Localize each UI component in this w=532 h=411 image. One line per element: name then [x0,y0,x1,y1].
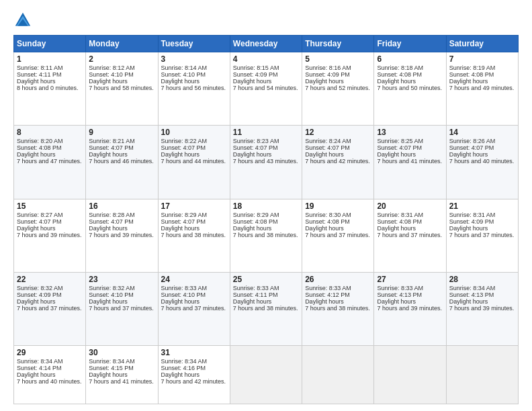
cell-info: Sunrise: 8:34 AMSunset: 4:16 PMDaylight … [161,358,226,385]
calendar-cell: 9Sunrise: 8:21 AMSunset: 4:07 PMDaylight… [86,126,158,199]
calendar-header-tuesday: Tuesday [158,36,230,52]
cell-info: Sunrise: 8:27 AMSunset: 4:07 PMDaylight … [17,212,82,238]
calendar-cell: 3Sunrise: 8:14 AMSunset: 4:10 PMDaylight… [158,52,230,126]
day-number: 15 [17,201,83,211]
calendar-cell: 26Sunrise: 8:33 AMSunset: 4:12 PMDayligh… [302,272,374,345]
day-number: 18 [233,201,299,211]
logo [13,11,35,30]
calendar-cell [230,346,302,404]
day-number: 28 [449,275,515,284]
calendar-cell: 11Sunrise: 8:23 AMSunset: 4:07 PMDayligh… [230,126,302,199]
calendar-cell: 6Sunrise: 8:18 AMSunset: 4:08 PMDaylight… [374,52,446,126]
cell-info: Sunrise: 8:29 AMSunset: 4:08 PMDaylight … [233,212,298,238]
cell-info: Sunrise: 8:15 AMSunset: 4:09 PMDaylight … [233,64,298,91]
day-number: 3 [161,54,227,64]
calendar-cell: 13Sunrise: 8:25 AMSunset: 4:07 PMDayligh… [374,126,446,199]
cell-info: Sunrise: 8:18 AMSunset: 4:08 PMDaylight … [377,64,442,91]
calendar-cell: 10Sunrise: 8:22 AMSunset: 4:07 PMDayligh… [158,126,230,199]
cell-info: Sunrise: 8:33 AMSunset: 4:11 PMDaylight … [233,285,298,312]
day-number: 12 [305,128,371,137]
cell-info: Sunrise: 8:11 AMSunset: 4:11 PMDaylight … [17,64,79,91]
day-number: 24 [161,275,227,284]
calendar-week-row: 15Sunrise: 8:27 AMSunset: 4:07 PMDayligh… [14,199,519,272]
day-number: 21 [449,201,515,211]
calendar-cell: 4Sunrise: 8:15 AMSunset: 4:09 PMDaylight… [230,52,302,126]
calendar-header-sunday: Sunday [14,36,86,52]
cell-info: Sunrise: 8:28 AMSunset: 4:07 PMDaylight … [89,212,154,238]
logo-icon [13,11,32,30]
day-number: 11 [233,128,299,137]
calendar-cell: 5Sunrise: 8:16 AMSunset: 4:09 PMDaylight… [302,52,374,126]
page: SundayMondayTuesdayWednesdayThursdayFrid… [0,0,532,411]
calendar-cell: 16Sunrise: 8:28 AMSunset: 4:07 PMDayligh… [86,199,158,272]
calendar-week-row: 29Sunrise: 8:34 AMSunset: 4:14 PMDayligh… [14,346,519,404]
cell-info: Sunrise: 8:19 AMSunset: 4:08 PMDaylight … [449,64,515,91]
calendar-header-saturday: Saturday [446,36,518,52]
calendar-header-row: SundayMondayTuesdayWednesdayThursdayFrid… [14,36,519,52]
calendar-cell: 1Sunrise: 8:11 AMSunset: 4:11 PMDaylight… [14,52,86,126]
calendar-cell: 21Sunrise: 8:31 AMSunset: 4:09 PMDayligh… [446,199,518,272]
cell-info: Sunrise: 8:23 AMSunset: 4:07 PMDaylight … [233,138,298,165]
calendar-header-wednesday: Wednesday [230,36,302,52]
cell-info: Sunrise: 8:21 AMSunset: 4:07 PMDaylight … [89,138,154,165]
calendar-cell: 28Sunrise: 8:34 AMSunset: 4:13 PMDayligh… [446,272,518,345]
day-number: 7 [449,54,515,64]
calendar-cell: 25Sunrise: 8:33 AMSunset: 4:11 PMDayligh… [230,272,302,345]
cell-info: Sunrise: 8:20 AMSunset: 4:08 PMDaylight … [17,138,82,165]
calendar-cell: 18Sunrise: 8:29 AMSunset: 4:08 PMDayligh… [230,199,302,272]
calendar-cell: 2Sunrise: 8:12 AMSunset: 4:10 PMDaylight… [86,52,158,126]
calendar-cell: 30Sunrise: 8:34 AMSunset: 4:15 PMDayligh… [86,346,158,404]
day-number: 20 [377,201,443,211]
cell-info: Sunrise: 8:33 AMSunset: 4:12 PMDaylight … [305,285,370,312]
day-number: 31 [161,348,227,357]
day-number: 8 [17,128,83,137]
calendar-cell: 29Sunrise: 8:34 AMSunset: 4:14 PMDayligh… [14,346,86,404]
day-number: 6 [377,54,443,64]
day-number: 1 [17,54,83,64]
day-number: 17 [161,201,227,211]
cell-info: Sunrise: 8:26 AMSunset: 4:07 PMDaylight … [449,138,515,165]
calendar-cell: 20Sunrise: 8:31 AMSunset: 4:08 PMDayligh… [374,199,446,272]
calendar-week-row: 1Sunrise: 8:11 AMSunset: 4:11 PMDaylight… [14,52,519,126]
calendar-cell: 27Sunrise: 8:33 AMSunset: 4:13 PMDayligh… [374,272,446,345]
day-number: 13 [377,128,443,137]
day-number: 22 [17,275,83,284]
day-number: 23 [89,275,154,284]
day-number: 4 [233,54,299,64]
cell-info: Sunrise: 8:14 AMSunset: 4:10 PMDaylight … [161,64,226,91]
cell-info: Sunrise: 8:31 AMSunset: 4:09 PMDaylight … [449,212,515,238]
cell-info: Sunrise: 8:12 AMSunset: 4:10 PMDaylight … [89,64,154,91]
day-number: 19 [305,201,371,211]
calendar-cell: 12Sunrise: 8:24 AMSunset: 4:07 PMDayligh… [302,126,374,199]
day-number: 29 [17,348,83,357]
calendar-week-row: 22Sunrise: 8:32 AMSunset: 4:09 PMDayligh… [14,272,519,345]
cell-info: Sunrise: 8:29 AMSunset: 4:07 PMDaylight … [161,212,226,238]
calendar-cell: 17Sunrise: 8:29 AMSunset: 4:07 PMDayligh… [158,199,230,272]
calendar-cell [302,346,374,404]
calendar-cell [446,346,518,404]
cell-info: Sunrise: 8:31 AMSunset: 4:08 PMDaylight … [377,212,442,238]
cell-info: Sunrise: 8:34 AMSunset: 4:14 PMDaylight … [17,358,82,385]
cell-info: Sunrise: 8:22 AMSunset: 4:07 PMDaylight … [161,138,226,165]
cell-info: Sunrise: 8:33 AMSunset: 4:10 PMDaylight … [161,285,226,312]
header [13,11,519,30]
calendar-table: SundayMondayTuesdayWednesdayThursdayFrid… [13,35,519,404]
day-number: 16 [89,201,154,211]
calendar-header-monday: Monday [86,36,158,52]
calendar-header-friday: Friday [374,36,446,52]
day-number: 10 [161,128,227,137]
calendar-cell: 7Sunrise: 8:19 AMSunset: 4:08 PMDaylight… [446,52,518,126]
day-number: 2 [89,54,154,64]
calendar-cell [374,346,446,404]
cell-info: Sunrise: 8:33 AMSunset: 4:13 PMDaylight … [377,285,442,312]
cell-info: Sunrise: 8:34 AMSunset: 4:15 PMDaylight … [89,358,154,385]
day-number: 27 [377,275,443,284]
calendar-cell: 23Sunrise: 8:32 AMSunset: 4:10 PMDayligh… [86,272,158,345]
day-number: 30 [89,348,154,357]
calendar-cell: 15Sunrise: 8:27 AMSunset: 4:07 PMDayligh… [14,199,86,272]
day-number: 9 [89,128,154,137]
day-number: 14 [449,128,515,137]
day-number: 5 [305,54,371,64]
calendar-cell: 24Sunrise: 8:33 AMSunset: 4:10 PMDayligh… [158,272,230,345]
day-number: 26 [305,275,371,284]
